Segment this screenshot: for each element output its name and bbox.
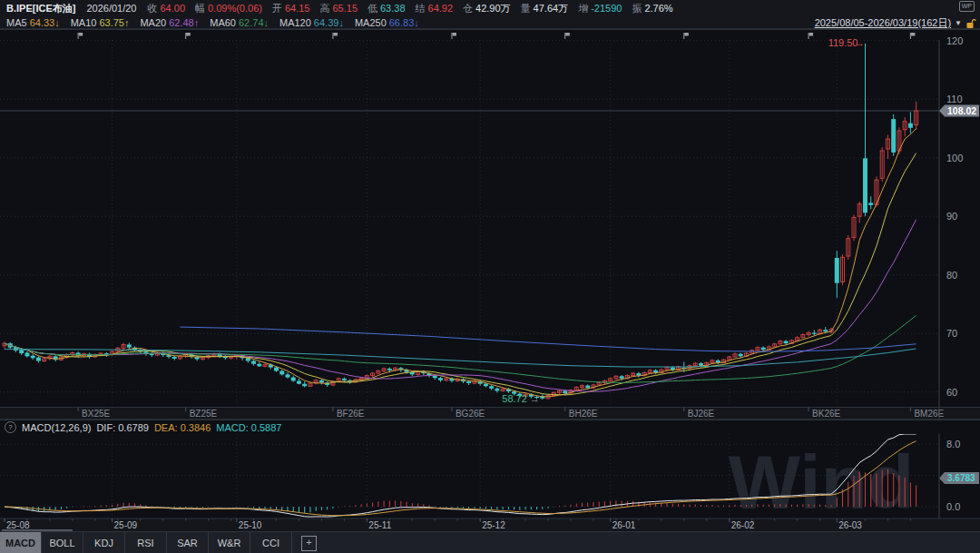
field-open: 开64.15	[272, 2, 310, 15]
field-close: 收64.00	[147, 2, 185, 15]
macd-chart[interactable]: Wind8.00.03.678325-0825-0925-1025-1125-1…	[0, 434, 980, 531]
tab-macd[interactable]: MACD	[0, 532, 42, 553]
quote-date: 2026/01/20	[86, 3, 136, 14]
wp-window-icon[interactable]: WP	[959, 1, 975, 12]
svg-text:110: 110	[946, 94, 963, 104]
ma-row: MA564.33↓ MA1063.75↑ MA2062.48↑ MA6062.7…	[0, 15, 980, 30]
svg-text:BZ25E: BZ25E	[190, 409, 218, 419]
macd-value: MACD: 0.5887	[216, 422, 281, 433]
symbol-title: B.IPE[ICE布油]	[6, 2, 75, 15]
svg-text:25-12: 25-12	[482, 520, 505, 530]
ma250-readout: MA25066.83↓	[355, 17, 419, 28]
field-high: 高65.15	[319, 2, 358, 15]
unlock-icon[interactable]	[965, 18, 976, 29]
quote-bar: B.IPE[ICE布油] 2026/01/20 收64.00 幅0.09%(0.…	[0, 0, 980, 29]
indicator-tab-bar: MACD BOLL KDJ RSI SAR W&R CCI +	[0, 531, 980, 553]
svg-text:108.02: 108.02	[947, 105, 976, 116]
svg-text:26-02: 26-02	[731, 520, 755, 530]
add-indicator-button[interactable]: +	[301, 536, 317, 551]
dea-value: DEA: 0.3846	[154, 422, 211, 433]
svg-text:119.50: 119.50	[828, 37, 858, 48]
field-low: 低63.38	[368, 2, 406, 15]
field-volume: 量47.64万	[521, 2, 569, 15]
tab-kdj[interactable]: KDJ	[83, 532, 125, 553]
help-icon[interactable]: ?	[5, 421, 16, 433]
dif-value: DIF: 0.6789	[96, 422, 148, 433]
field-change: 幅0.09%(0.06)	[195, 2, 262, 15]
chevron-down-icon[interactable]: ▼	[955, 19, 962, 27]
tab-wr[interactable]: SAR	[167, 532, 209, 553]
svg-text:25-10: 25-10	[239, 520, 262, 530]
ma5-readout: MA564.33↓	[6, 17, 60, 28]
main-candlestick-chart[interactable]: 12011010090807060119.50→58.72→BX25EBZ25E…	[0, 29, 980, 420]
svg-text:25-08: 25-08	[6, 520, 30, 530]
svg-text:BG26E: BG26E	[456, 409, 485, 419]
ma60-readout: MA6062.74↓	[210, 17, 269, 28]
svg-text:Wind: Wind	[729, 439, 915, 525]
ma120-readout: MA12064.39↓	[279, 17, 344, 28]
svg-text:25-11: 25-11	[368, 520, 391, 530]
svg-text:→: →	[855, 37, 865, 48]
svg-text:60: 60	[946, 387, 957, 398]
svg-text:BM26E: BM26E	[914, 409, 944, 419]
field-oi-change: 增-21590	[578, 2, 622, 15]
svg-text:BJ26E: BJ26E	[688, 409, 715, 419]
ma10-readout: MA1063.75↑	[71, 17, 130, 28]
svg-text:25-09: 25-09	[114, 520, 138, 530]
tab-boll[interactable]: BOLL	[42, 532, 83, 553]
svg-text:0.0: 0.0	[946, 501, 960, 512]
svg-text:→: →	[530, 393, 540, 404]
svg-text:26-01: 26-01	[612, 520, 636, 530]
svg-text:BF26E: BF26E	[337, 409, 365, 419]
ma20-readout: MA2062.48↑	[140, 17, 199, 28]
tab-rsi[interactable]: RSI	[125, 532, 167, 553]
tab-cci[interactable]: CCI	[250, 532, 292, 553]
svg-text:BK26E: BK26E	[812, 409, 840, 419]
field-open-interest: 仓42.90万	[463, 2, 511, 15]
field-amplitude: 振2.76%	[632, 2, 672, 15]
svg-text:BX25E: BX25E	[82, 409, 110, 419]
svg-text:90: 90	[946, 211, 957, 222]
date-range-selector[interactable]: 2025/08/05-2026/03/19(162日)	[815, 16, 951, 30]
macd-header: ? MACD(12,26,9) DIF: 0.6789 DEA: 0.3846 …	[0, 420, 980, 434]
svg-text:70: 70	[946, 328, 957, 339]
svg-text:3.6783: 3.6783	[947, 473, 975, 483]
field-settle: 结64.92	[416, 2, 454, 15]
svg-text:8.0: 8.0	[946, 439, 960, 449]
macd-params: MACD(12,26,9)	[22, 422, 91, 433]
quote-row: B.IPE[ICE布油] 2026/01/20 收64.00 幅0.09%(0.…	[0, 0, 980, 15]
svg-text:100: 100	[946, 153, 963, 163]
svg-text:BH26E: BH26E	[569, 409, 598, 419]
svg-text:80: 80	[946, 270, 957, 281]
tab-war[interactable]: W&R	[209, 532, 250, 553]
svg-text:58.72: 58.72	[502, 393, 527, 404]
svg-text:26-03: 26-03	[838, 520, 862, 530]
svg-text:120: 120	[946, 35, 963, 46]
